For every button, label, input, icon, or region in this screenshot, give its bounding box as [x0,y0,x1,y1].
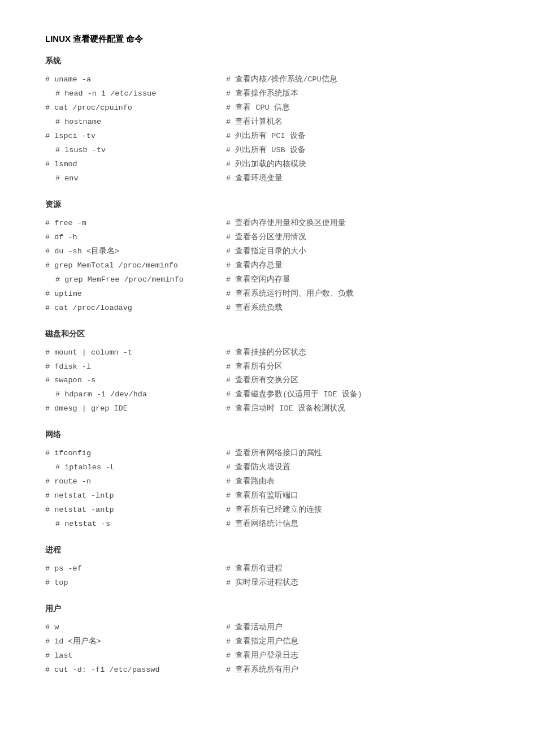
command-text: # uname -a [45,73,226,87]
command-block-disk: # mount | column -t# 查看挂接的分区状态# fdisk -l… [45,346,489,417]
command-comment: # 查看路由表 [226,475,275,489]
command-text: # lsmod [45,158,226,172]
command-comment: # 查看所有分区 [226,360,283,374]
command-comment: # 查看空闲内存量 [226,273,290,287]
command-comment: # 查看计算机名 [226,115,283,129]
command-text: # cat /proc/loadavg [45,301,226,316]
command-comment: # 查看磁盘参数(仅适用于 IDE 设备) [226,388,362,402]
command-line: # w# 查看活动用户 [45,621,489,635]
content-area: 系统# uname -a# 查看内核/操作系统/CPU信息# head -n 1… [45,56,489,677]
command-line: # cut -d: -f1 /etc/passwd# 查看系统所有用户 [45,663,489,677]
command-line: # route -n# 查看路由表 [45,475,489,489]
command-comment: # 查看内存使用量和交换区使用量 [226,217,346,231]
command-text: # mount | column -t [45,346,226,360]
command-block-users: # w# 查看活动用户# id <用户名># 查看指定用户信息# last# 查… [45,621,489,677]
command-block-process: # ps -ef# 查看所有进程# top# 实时显示进程状态 [45,562,489,590]
command-line: # hostname# 查看计算机名 [45,115,489,129]
section-title-resources: 资源 [45,200,489,210]
command-line: # uptime# 查看系统运行时间、用户数、负载 [45,287,489,301]
command-comment: # 实时显示进程状态 [226,576,298,590]
command-text: # netstat -antp [45,503,226,517]
command-text: # cat /proc/cpuinfo [45,101,226,115]
command-text: # netstat -lntp [45,489,226,503]
command-line: # top# 实时显示进程状态 [45,576,489,590]
command-block-network: # ifconfig# 查看所有网络接口的属性# iptables -L# 查看… [45,447,489,532]
command-line: # lsmod# 列出加载的内核模块 [45,158,489,172]
command-line: # lsusb -tv# 列出所有 USB 设备 [45,144,489,158]
command-text: # lsusb -tv [45,144,226,158]
command-comment: # 查看网络统计信息 [226,517,298,532]
command-comment: # 查看内存总量 [226,259,283,273]
command-line: # head -n 1 /etc/issue# 查看操作系统版本 [45,87,489,101]
command-comment: # 列出所有 PCI 设备 [226,129,306,144]
command-line: # uname -a# 查看内核/操作系统/CPU信息 [45,73,489,87]
command-line: # netstat -lntp# 查看所有监听端口 [45,489,489,503]
command-line: # id <用户名># 查看指定用户信息 [45,635,489,649]
command-comment: # 查看所有已经建立的连接 [226,503,322,517]
command-line: # du -sh <目录名># 查看指定目录的大小 [45,245,489,259]
command-text: # last [45,649,226,663]
command-comment: # 查看操作系统版本 [226,87,298,101]
command-text: # hostname [45,115,226,129]
command-comment: # 查看用户登录日志 [226,649,298,663]
command-line: # grep MemFree /proc/meminfo# 查看空闲内存量 [45,273,489,287]
command-comment: # 查看各分区使用情况 [226,231,306,245]
command-line: # last# 查看用户登录日志 [45,649,489,663]
command-text: # netstat -s [45,517,226,532]
section-title-process: 进程 [45,545,489,555]
command-text: # dmesg | grep IDE [45,402,226,416]
command-line: # mount | column -t# 查看挂接的分区状态 [45,346,489,360]
section-title-network: 网络 [45,430,489,440]
section-title-system: 系统 [45,56,489,66]
command-block-system: # uname -a# 查看内核/操作系统/CPU信息# head -n 1 /… [45,73,489,186]
command-comment: # 查看所有交换分区 [226,374,298,388]
command-line: # iptables -L# 查看防火墙设置 [45,461,489,475]
command-text: # grep MemFree /proc/meminfo [45,273,226,287]
command-line: # ifconfig# 查看所有网络接口的属性 [45,447,489,461]
command-text: # hdparm -i /dev/hda [45,388,226,402]
command-text: # df -h [45,231,226,245]
command-comment: # 列出加载的内核模块 [226,158,306,172]
command-line: # netstat -antp# 查看所有已经建立的连接 [45,503,489,517]
command-line: # ps -ef# 查看所有进程 [45,562,489,576]
command-line: # df -h# 查看各分区使用情况 [45,231,489,245]
command-line: # free -m# 查看内存使用量和交换区使用量 [45,217,489,231]
command-text: # route -n [45,475,226,489]
command-comment: # 查看所有监听端口 [226,489,298,503]
command-comment: # 查看挂接的分区状态 [226,346,306,360]
command-comment: # 查看启动时 IDE 设备检测状况 [226,402,345,416]
command-comment: # 查看系统运行时间、用户数、负载 [226,287,354,301]
command-comment: # 列出所有 USB 设备 [226,144,306,158]
command-comment: # 查看所有进程 [226,562,283,576]
page-title: LINUX 查看硬件配置 命令 [45,34,489,45]
command-text: # lspci -tv [45,129,226,144]
command-text: # uptime [45,287,226,301]
command-line: # lspci -tv# 列出所有 PCI 设备 [45,129,489,144]
command-comment: # 查看所有网络接口的属性 [226,447,322,461]
command-line: # cat /proc/loadavg# 查看系统负载 [45,301,489,316]
command-comment: # 查看指定目录的大小 [226,245,306,259]
command-line: # fdisk -l# 查看所有分区 [45,360,489,374]
command-comment: # 查看系统所有用户 [226,663,298,677]
command-text: # iptables -L [45,461,226,475]
command-text: # grep MemTotal /proc/meminfo [45,259,226,273]
command-text: # id <用户名> [45,635,226,649]
command-text: # fdisk -l [45,360,226,374]
command-text: # head -n 1 /etc/issue [45,87,226,101]
command-text: # top [45,576,226,590]
command-block-resources: # free -m# 查看内存使用量和交换区使用量# df -h# 查看各分区使… [45,217,489,316]
command-line: # env# 查看环境变量 [45,172,489,186]
command-text: # swapon -s [45,374,226,388]
command-comment: # 查看 CPU 信息 [226,101,290,115]
command-text: # du -sh <目录名> [45,245,226,259]
command-line: # grep MemTotal /proc/meminfo# 查看内存总量 [45,259,489,273]
command-line: # swapon -s# 查看所有交换分区 [45,374,489,388]
command-text: # ps -ef [45,562,226,576]
command-comment: # 查看内核/操作系统/CPU信息 [226,73,337,87]
command-text: # free -m [45,217,226,231]
command-line: # hdparm -i /dev/hda# 查看磁盘参数(仅适用于 IDE 设备… [45,388,489,402]
section-title-disk: 磁盘和分区 [45,329,489,339]
command-comment: # 查看活动用户 [226,621,283,635]
command-line: # netstat -s# 查看网络统计信息 [45,517,489,532]
command-text: # w [45,621,226,635]
